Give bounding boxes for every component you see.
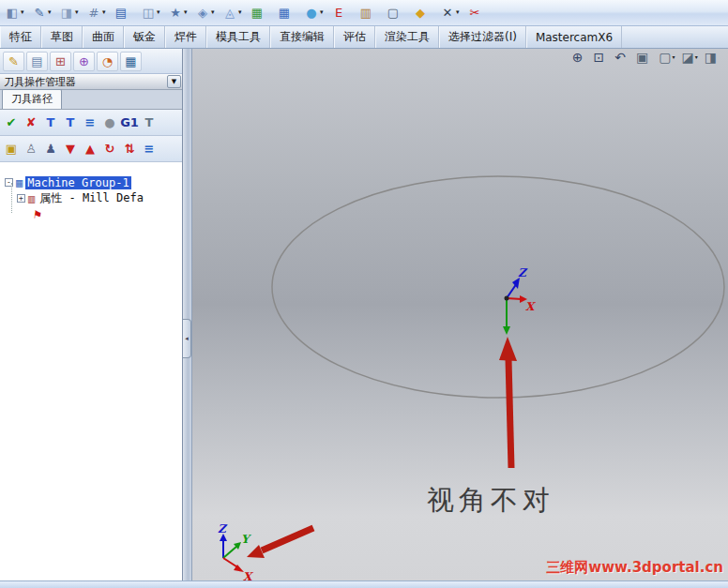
machine-group-icon: ▦ — [16, 177, 23, 188]
toolpath-config-button[interactable]: T — [140, 113, 159, 132]
move-up-button[interactable]: ▲ — [81, 140, 99, 158]
tab-toolpath[interactable]: 刀具路径 — [2, 89, 62, 109]
tab-features[interactable]: 特征 — [0, 26, 41, 48]
origin-triad: Z X — [503, 266, 537, 335]
display-style-flyout[interactable]: ◪ ▾ — [682, 51, 701, 64]
icon-glyph: ◧ — [5, 6, 20, 21]
icon-glyph: ≡ — [85, 116, 96, 128]
tab-evaluate[interactable]: 评估 — [334, 26, 375, 48]
gem-icon[interactable]: ◆ — [411, 3, 437, 23]
panel-title: 刀具操作管理器 — [4, 75, 76, 89]
tab-weldments[interactable]: 焊件 — [165, 26, 206, 48]
dropdown-arrow-icon: ▾ — [21, 9, 27, 16]
tree-row-properties[interactable]: + ▥ 属性 - Mill Defa — [0, 190, 182, 206]
toolpath-delete-button[interactable]: T — [61, 113, 80, 132]
dropdown-arrow-icon: ▾ — [320, 9, 326, 16]
ribbon-tab-bar: 特征 草图 曲面 钣金 焊件 模具工具 直接编辑 评估 渲染工具 选择过滤器(I… — [0, 26, 728, 49]
tab-selection-filter[interactable]: 选择过滤器(I) — [439, 26, 526, 48]
tab-mold-tools[interactable]: 模具工具 — [206, 26, 270, 48]
tree-row-machine-group[interactable]: - ▦ Machine Group-1 — [0, 174, 182, 190]
planes-manager-icon[interactable]: ⊕ — [73, 52, 95, 71]
deselect-ops-button[interactable]: ✘ — [22, 113, 40, 132]
splitter-collapse-handle[interactable]: ◂ — [183, 319, 191, 358]
origin-point — [505, 296, 509, 301]
icon-glyph: ↻ — [105, 143, 115, 155]
zoom-window-icon[interactable]: ⊡ — [594, 51, 612, 64]
grid-blue-icon[interactable]: ▦ — [275, 3, 301, 23]
icon-glyph: ✔ — [7, 116, 17, 128]
assembly-flyout[interactable]: ◈ ▾ — [193, 3, 220, 23]
layers2-button[interactable]: ≡ — [140, 140, 159, 158]
page-icon[interactable]: ▢ — [384, 3, 410, 23]
icon-glyph: ♙ — [25, 143, 37, 155]
features-flyout[interactable]: ◧ ▾ — [3, 3, 29, 23]
tab-sheet-metal[interactable]: 钣金 — [124, 26, 165, 48]
sphere-flyout[interactable]: ● ▾ — [302, 3, 328, 23]
circle-geometry[interactable] — [272, 176, 724, 398]
panel-splitter[interactable]: ◂ — [183, 49, 192, 580]
toolpath-insert-button[interactable]: T — [41, 113, 60, 132]
icon-glyph: ▦ — [125, 54, 136, 68]
expand-icon[interactable]: + — [17, 194, 25, 203]
swap-button[interactable]: ⇅ — [120, 140, 139, 158]
tab-mastercamx6[interactable]: MastercamX6 — [526, 26, 622, 48]
annotation-arrow-up — [499, 337, 517, 468]
panel-title-dropdown[interactable]: ▼ — [167, 75, 181, 88]
zoom-in-icon[interactable]: ⊕ — [572, 51, 590, 64]
grid-green-icon[interactable]: ▦ — [248, 3, 274, 23]
machine-group-label[interactable]: Machine Group-1 — [25, 176, 130, 189]
document-icon[interactable]: ▤ — [112, 3, 138, 23]
layers-button[interactable]: ≡ — [81, 113, 99, 132]
icon-glyph: ◔ — [102, 54, 113, 68]
stats-manager-icon[interactable]: ◔ — [97, 52, 118, 71]
select-all-ops-button[interactable]: ✔ — [2, 113, 21, 132]
tab-surface[interactable]: 曲面 — [83, 26, 124, 48]
display-manager-icon[interactable]: ▦ — [120, 52, 142, 71]
notes-manager-icon[interactable]: ▤ — [26, 52, 48, 71]
tree-row-insert-marker[interactable]: ⚑ — [0, 206, 182, 222]
hide-show-flyout[interactable]: ◨ — [705, 51, 723, 64]
section-view-icon[interactable]: ▣ — [636, 51, 655, 64]
drawing-flyout[interactable]: ◬ ▾ — [220, 3, 247, 23]
icon-glyph: ↶ — [614, 51, 626, 64]
properties-label[interactable]: 属性 - Mill Defa — [38, 190, 145, 206]
icon-glyph: ◬ — [222, 6, 237, 21]
manager-icon-row: ✎ ▤ ⊞ ⊕ ◔ — [0, 49, 182, 74]
icon-glyph: ⊞ — [55, 54, 66, 68]
scroll-insert-button[interactable]: ↻ — [100, 140, 119, 158]
axis-x-flyout[interactable]: ✕ ▾ — [438, 3, 464, 23]
dropdown-arrow-icon: ▾ — [211, 9, 218, 16]
collapse-arrow-icon: ◂ — [185, 335, 189, 342]
g1-button[interactable]: G1 — [120, 113, 139, 132]
view-orientation-flyout[interactable]: ▢ ▾ — [659, 51, 677, 64]
evaluate-flyout[interactable]: # ▾ — [84, 3, 111, 23]
status-bar — [0, 580, 728, 588]
properties-icon: ▥ — [28, 193, 35, 204]
surfaces-flyout[interactable]: ◨ ▾ — [57, 3, 83, 23]
red-e-icon[interactable]: E — [329, 3, 356, 23]
previous-view-icon[interactable]: ↶ — [614, 51, 632, 64]
hierarchy-manager-icon[interactable]: ⊞ — [50, 52, 71, 71]
ghost-toggle-button[interactable]: ♙ — [22, 140, 40, 158]
view-flyout[interactable]: ◫ ▾ — [139, 3, 165, 23]
stock-button[interactable]: ● — [100, 113, 119, 132]
icon-glyph: ▲ — [85, 143, 95, 155]
tab-render-tools[interactable]: 渲染工具 — [375, 26, 439, 48]
book-icon[interactable]: ▥ — [356, 3, 383, 23]
move-down-button[interactable]: ▼ — [61, 140, 80, 158]
icon-glyph: ▢ — [386, 6, 401, 21]
icon-glyph: T — [145, 116, 154, 128]
tab-sketch[interactable]: 草图 — [41, 26, 83, 48]
ghost-toggle2-button[interactable]: ♟ — [41, 140, 60, 158]
sketch-flyout[interactable]: ✎ ▾ — [30, 3, 56, 23]
toolpath-manager-icon[interactable]: ✎ — [3, 52, 24, 71]
graphics-viewport[interactable]: ⊕ ⊡ ↶ ▣ — [192, 49, 728, 580]
cut-red-icon[interactable]: ✂ — [465, 3, 492, 23]
tab-direct-editing[interactable]: 直接编辑 — [270, 26, 334, 48]
tools-flyout[interactable]: ★ ▾ — [166, 3, 192, 23]
icon-glyph: ≡ — [144, 143, 155, 155]
lock-button[interactable]: ▣ — [2, 140, 21, 158]
operations-toolbar-1: ✔ ✘ T T ≡ — [0, 110, 182, 136]
watermark-text: 三维网www.3dportal.cn — [546, 559, 723, 577]
icon-glyph: ✕ — [440, 6, 455, 21]
